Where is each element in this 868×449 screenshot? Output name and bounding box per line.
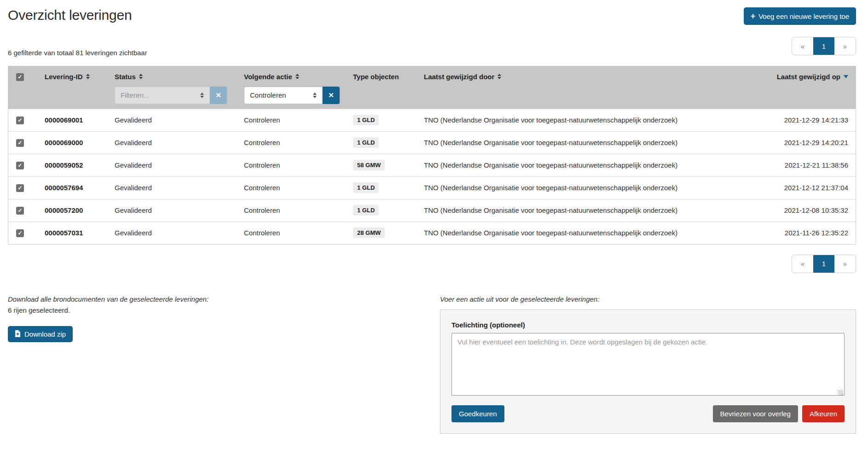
column-label: Type objecten: [353, 73, 399, 81]
column-header-laatst-gewijzigd-op[interactable]: Laatst gewijzigd op: [752, 73, 856, 81]
toelichting-textarea[interactable]: [451, 333, 845, 396]
pagination-prev-button[interactable]: «: [792, 37, 813, 55]
table-row[interactable]: ✓ 0000059052 Gevalideerd Controleren 58 …: [8, 154, 856, 176]
row-checkbox[interactable]: ✓: [16, 117, 24, 124]
sort-icon: [295, 74, 299, 79]
cell-laatst-gewijzigd-door: TNO (Nederlandse Organisatie voor toegep…: [424, 229, 752, 237]
type-objecten-badge: 1 GLD: [353, 205, 379, 216]
column-header-volgende-actie[interactable]: Volgende actie: [244, 73, 353, 81]
cell-laatst-gewijzigd-door: TNO (Nederlandse Organisatie voor toegep…: [424, 206, 752, 214]
download-file-icon: [15, 330, 21, 338]
table-row[interactable]: ✓ 0000057200 Gevalideerd Controleren 1 G…: [8, 199, 856, 222]
cell-volgende-actie: Controleren: [244, 206, 353, 214]
filter-summary: 6 gefilterde van totaal 81 leveringen zi…: [8, 49, 147, 58]
toelichting-label: Toelichting (optioneel): [451, 321, 845, 329]
cell-status: Gevalideerd: [115, 206, 244, 214]
download-zip-button[interactable]: Download zip: [8, 326, 73, 342]
volgende-actie-filter-value: Controleren: [250, 91, 286, 99]
pagination-next-button[interactable]: »: [834, 37, 856, 55]
table-row[interactable]: ✓ 0000057694 Gevalideerd Controleren 1 G…: [8, 176, 856, 199]
table-filter-row: Filteren... ✕ Controleren ✕: [8, 81, 856, 109]
cell-laatst-gewijzigd-door: TNO (Nederlandse Organisatie voor toegep…: [424, 139, 752, 146]
cell-levering-id[interactable]: 0000069001: [45, 116, 115, 124]
bottom-pagination-row: « 1 »: [8, 255, 856, 273]
row-checkbox[interactable]: ✓: [16, 229, 24, 237]
action-section: Voer een actie uit voor de geselecteerde…: [440, 295, 856, 434]
freeze-button[interactable]: Bevriezen voor overleg: [713, 405, 798, 422]
reject-button[interactable]: Afkeuren: [802, 405, 845, 422]
row-checkbox[interactable]: ✓: [16, 207, 24, 215]
cell-volgende-actie: Controleren: [244, 229, 353, 237]
column-label: Laatst gewijzigd op: [777, 73, 840, 81]
cell-status: Gevalideerd: [115, 184, 244, 192]
cell-laatst-gewijzigd-op: 2021-11-26 12:35:22: [752, 229, 856, 237]
select-all-checkbox[interactable]: ✓: [16, 73, 24, 81]
table-row[interactable]: ✓ 0000057031 Gevalideerd Controleren 28 …: [8, 222, 856, 244]
cell-type-objecten: 1 GLD: [353, 137, 424, 148]
status-filter-group: Filteren... ✕: [115, 87, 244, 104]
status-filter-clear-button[interactable]: ✕: [210, 87, 227, 104]
pagination-next-button[interactable]: »: [834, 255, 856, 273]
volgende-actie-filter-group: Controleren ✕: [244, 87, 353, 104]
column-header-status[interactable]: Status: [115, 73, 244, 81]
cell-levering-id[interactable]: 0000059052: [45, 161, 115, 169]
sort-icon: [498, 74, 501, 79]
cell-volgende-actie: Controleren: [244, 116, 353, 124]
type-objecten-badge: 1 GLD: [353, 182, 379, 193]
deliveries-table: ✓ Levering-ID Status Volgende actie Type…: [8, 66, 856, 245]
row-checkbox-cell: ✓: [8, 116, 45, 124]
cell-status: Gevalideerd: [115, 116, 244, 124]
row-checkbox[interactable]: ✓: [16, 162, 24, 169]
page-title: Overzicht leveringen: [8, 7, 132, 23]
row-checkbox[interactable]: ✓: [16, 139, 24, 147]
approve-button[interactable]: Goedkeuren: [451, 405, 504, 422]
status-filter-cell: Filteren... ✕: [115, 87, 244, 104]
column-header-levering-id[interactable]: Levering-ID: [45, 73, 115, 81]
type-objecten-badge: 1 GLD: [353, 115, 379, 125]
sort-icon: [86, 74, 90, 79]
table-row[interactable]: ✓ 0000069000 Gevalideerd Controleren 1 G…: [8, 131, 856, 154]
cell-laatst-gewijzigd-op: 2021-12-08 10:35:32: [752, 206, 856, 214]
pagination-bottom: « 1 »: [792, 255, 856, 273]
cell-status: Gevalideerd: [115, 139, 244, 146]
table-row[interactable]: ✓ 0000069001 Gevalideerd Controleren 1 G…: [8, 109, 856, 131]
volgende-actie-filter-clear-button[interactable]: ✕: [323, 87, 340, 104]
textarea-resize-handle[interactable]: [838, 390, 843, 395]
cell-type-objecten: 1 GLD: [353, 182, 424, 193]
cell-laatst-gewijzigd-door: TNO (Nederlandse Organisatie voor toegep…: [424, 184, 752, 192]
cell-laatst-gewijzigd-op: 2021-12-12 21:37:04: [752, 184, 856, 192]
volgende-actie-filter-select[interactable]: Controleren: [244, 87, 323, 104]
row-checkbox-cell: ✓: [8, 138, 45, 147]
select-updown-icon: [200, 93, 204, 98]
column-header-type-objecten: Type objecten: [353, 73, 424, 81]
cell-volgende-actie: Controleren: [244, 161, 353, 169]
column-header-laatst-gewijzigd-door[interactable]: Laatst gewijzigd door: [424, 73, 752, 81]
cell-levering-id[interactable]: 0000069000: [45, 139, 115, 146]
page: Overzicht leveringen + Voeg een nieuwe l…: [0, 0, 868, 434]
status-filter-placeholder: Filteren...: [121, 91, 150, 99]
row-checkbox-cell: ✓: [8, 183, 45, 192]
cell-laatst-gewijzigd-op: 2021-12-29 14:21:33: [752, 116, 856, 124]
pagination-page-1[interactable]: 1: [813, 255, 834, 273]
action-buttons-row: Goedkeuren Bevriezen voor overleg Afkeur…: [451, 405, 845, 422]
add-delivery-button[interactable]: + Voeg een nieuwe levering toe: [744, 7, 856, 25]
cell-levering-id[interactable]: 0000057200: [45, 206, 115, 214]
volgende-actie-filter-cell: Controleren ✕: [244, 87, 353, 104]
selected-rows-count: 6 rijen geselecteerd.: [8, 306, 440, 314]
cell-type-objecten: 58 GMW: [353, 160, 424, 170]
sort-icon: [139, 74, 143, 79]
cell-laatst-gewijzigd-door: TNO (Nederlandse Organisatie voor toegep…: [424, 116, 752, 124]
pagination-prev-button[interactable]: «: [792, 255, 813, 273]
cell-levering-id[interactable]: 0000057031: [45, 229, 115, 237]
toelichting-wrapper: [451, 333, 845, 397]
cell-laatst-gewijzigd-op: 2021-12-29 14:20:21: [752, 139, 856, 146]
cell-laatst-gewijzigd-door: TNO (Nederlandse Organisatie voor toegep…: [424, 161, 752, 169]
status-filter-select[interactable]: Filteren...: [115, 87, 210, 104]
column-label: Volgende actie: [244, 73, 292, 81]
column-label: Levering-ID: [45, 73, 83, 81]
cell-levering-id[interactable]: 0000057694: [45, 184, 115, 192]
row-checkbox[interactable]: ✓: [16, 184, 24, 192]
pagination-page-1[interactable]: 1: [813, 37, 834, 55]
row-checkbox-cell: ✓: [8, 161, 45, 169]
column-label: Status: [115, 73, 136, 81]
